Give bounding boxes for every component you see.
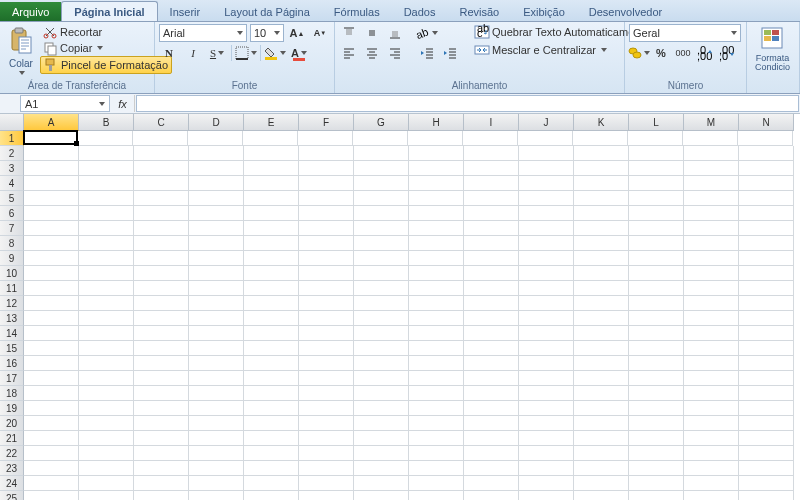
row-header[interactable]: 24 — [0, 476, 24, 491]
column-header[interactable]: I — [464, 114, 519, 131]
cell[interactable] — [409, 461, 464, 476]
cell[interactable] — [134, 281, 189, 296]
font-color-button[interactable]: A — [289, 44, 309, 62]
cell[interactable] — [519, 476, 574, 491]
column-header[interactable]: F — [299, 114, 354, 131]
cell[interactable] — [739, 311, 794, 326]
cell[interactable] — [24, 281, 79, 296]
cell[interactable] — [189, 446, 244, 461]
cell[interactable] — [244, 161, 299, 176]
cell[interactable] — [24, 296, 79, 311]
cell[interactable] — [24, 386, 79, 401]
cell[interactable] — [739, 371, 794, 386]
cell[interactable] — [409, 446, 464, 461]
cell[interactable] — [684, 416, 739, 431]
cell[interactable] — [629, 266, 684, 281]
cell[interactable] — [24, 431, 79, 446]
cell[interactable] — [244, 281, 299, 296]
cell[interactable] — [354, 386, 409, 401]
cell[interactable] — [244, 446, 299, 461]
cell[interactable] — [299, 311, 354, 326]
cell[interactable] — [739, 251, 794, 266]
cell[interactable] — [353, 131, 408, 146]
cell[interactable] — [464, 371, 519, 386]
row-header[interactable]: 20 — [0, 416, 24, 431]
cell[interactable] — [299, 386, 354, 401]
cell[interactable] — [684, 371, 739, 386]
cell[interactable] — [629, 476, 684, 491]
cell[interactable] — [244, 326, 299, 341]
cell[interactable] — [354, 446, 409, 461]
align-left-button[interactable] — [339, 44, 359, 62]
cell[interactable] — [354, 251, 409, 266]
column-header[interactable]: J — [519, 114, 574, 131]
cell[interactable] — [629, 491, 684, 500]
cell[interactable] — [189, 191, 244, 206]
cell[interactable] — [134, 176, 189, 191]
cell[interactable] — [408, 131, 463, 146]
row-header[interactable]: 15 — [0, 341, 24, 356]
column-header[interactable]: E — [244, 114, 299, 131]
italic-button[interactable]: I — [183, 44, 203, 62]
font-size-select[interactable]: 10 — [250, 24, 284, 42]
align-bottom-button[interactable] — [385, 24, 405, 42]
cell[interactable] — [409, 176, 464, 191]
decrease-decimal-button[interactable]: ,00,0 — [717, 44, 737, 62]
cell[interactable] — [739, 266, 794, 281]
cell[interactable] — [189, 311, 244, 326]
cell[interactable] — [519, 416, 574, 431]
cell[interactable] — [684, 431, 739, 446]
cell[interactable] — [684, 176, 739, 191]
cell[interactable] — [629, 281, 684, 296]
cell[interactable] — [739, 161, 794, 176]
cell[interactable] — [409, 386, 464, 401]
cell[interactable] — [519, 356, 574, 371]
row-header[interactable]: 3 — [0, 161, 24, 176]
cell[interactable] — [684, 311, 739, 326]
cell[interactable] — [464, 326, 519, 341]
cell[interactable] — [24, 341, 79, 356]
cell[interactable] — [24, 161, 79, 176]
cell[interactable] — [189, 176, 244, 191]
cell[interactable] — [244, 371, 299, 386]
cell[interactable] — [574, 431, 629, 446]
cell[interactable] — [299, 161, 354, 176]
cell[interactable] — [244, 266, 299, 281]
cell[interactable] — [574, 416, 629, 431]
cell[interactable] — [574, 311, 629, 326]
cell[interactable] — [574, 491, 629, 500]
cell[interactable] — [299, 191, 354, 206]
cell[interactable] — [354, 236, 409, 251]
percent-button[interactable]: % — [651, 44, 671, 62]
comma-button[interactable]: 000 — [673, 44, 693, 62]
row-header[interactable]: 25 — [0, 491, 24, 500]
align-top-button[interactable] — [339, 24, 359, 42]
cell[interactable] — [299, 416, 354, 431]
cell[interactable] — [24, 356, 79, 371]
cell[interactable] — [684, 221, 739, 236]
cell[interactable] — [629, 236, 684, 251]
cell[interactable] — [629, 356, 684, 371]
cut-button[interactable]: Recortar — [40, 24, 172, 40]
cell[interactable] — [189, 251, 244, 266]
cell[interactable] — [354, 191, 409, 206]
cell[interactable] — [299, 341, 354, 356]
cell[interactable] — [298, 131, 353, 146]
cell[interactable] — [519, 491, 574, 500]
cell[interactable] — [464, 431, 519, 446]
cell[interactable] — [519, 176, 574, 191]
column-header[interactable]: K — [574, 114, 629, 131]
paste-button[interactable]: Colar — [4, 24, 38, 77]
cell[interactable] — [79, 401, 134, 416]
cell[interactable] — [463, 131, 518, 146]
cell[interactable] — [78, 131, 133, 146]
cell[interactable] — [574, 176, 629, 191]
cell[interactable] — [574, 296, 629, 311]
decrease-indent-button[interactable] — [417, 44, 437, 62]
cell[interactable] — [629, 446, 684, 461]
cell[interactable] — [79, 296, 134, 311]
cell[interactable] — [354, 476, 409, 491]
cell[interactable] — [79, 446, 134, 461]
cell[interactable] — [134, 461, 189, 476]
cell[interactable] — [79, 491, 134, 500]
